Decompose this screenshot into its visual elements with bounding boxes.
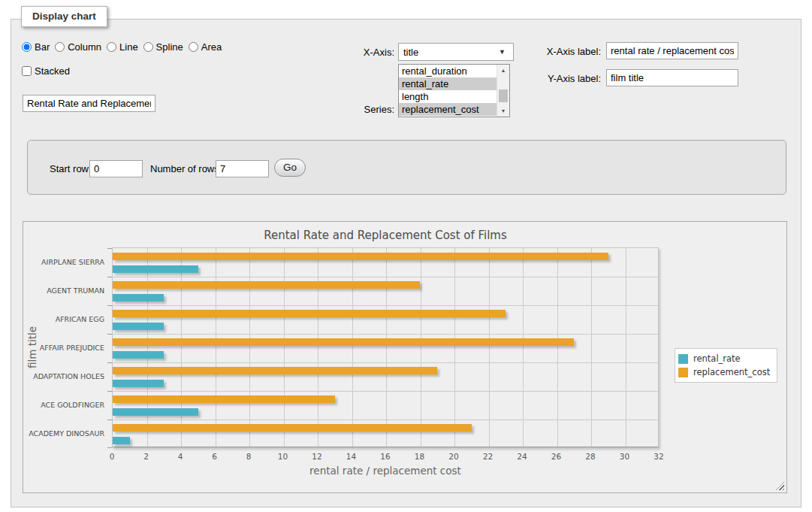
go-button[interactable]: Go: [274, 159, 306, 177]
chart-type-option-line[interactable]: Line: [107, 41, 138, 53]
legend-label: rental_rate: [693, 353, 741, 364]
chart-legend: rental_ratereplacement_cost: [675, 348, 777, 383]
chart-title: Rental Rate and Replacement Cost of Film…: [112, 229, 659, 242]
gridline-vertical: [284, 248, 285, 447]
y-category-label: AFFAIR PREJUDICE: [28, 344, 104, 352]
gridline-horizontal: [113, 277, 658, 277]
x-axis-tick-label: 2: [135, 452, 158, 461]
radio-label: Bar: [35, 41, 50, 53]
chart-type-option-bar[interactable]: Bar: [22, 41, 50, 53]
stacked-checkbox[interactable]: [22, 66, 32, 76]
chart-type-radio-group: BarColumnLineSplineArea: [22, 41, 227, 53]
legend-swatch-rental_rate: [678, 354, 688, 364]
bar-replacement_cost: [113, 395, 335, 403]
y-category-label: AFRICAN EGG: [28, 315, 104, 323]
y-axis-tick: [107, 277, 112, 277]
gridline-vertical: [318, 248, 318, 447]
radio-label: Area: [201, 41, 222, 53]
bar-rental_rate: [113, 294, 164, 301]
y-axis-tick: [107, 420, 112, 420]
bar-rental_rate: [113, 265, 198, 273]
bar-rental_rate: [113, 437, 130, 444]
gridline-vertical: [216, 248, 216, 447]
bar-replacement_cost: [113, 338, 574, 346]
series-scrollbar[interactable]: ▲ ▼: [497, 65, 509, 117]
x-axis-label-input[interactable]: [606, 42, 738, 59]
scroll-down-icon[interactable]: ▼: [497, 105, 509, 117]
bar-replacement_cost: [113, 281, 420, 289]
x-axis-tick-label: 12: [306, 452, 328, 461]
stacked-row: Stacked: [22, 65, 70, 77]
x-axis-selected-value: title: [403, 47, 418, 58]
chart-type-option-area[interactable]: Area: [189, 41, 222, 53]
radio-spline[interactable]: [143, 42, 153, 52]
chart-container: Rental Rate and Replacement Cost of Film…: [23, 221, 787, 493]
y-category-label: ACADEMY DINOSAUR: [28, 429, 104, 438]
number-of-rows-label: Number of rows:: [150, 163, 222, 174]
x-axis-tick-label: 0: [101, 452, 123, 461]
radio-area[interactable]: [189, 42, 198, 52]
gridline-vertical: [352, 248, 353, 447]
legend-entry-replacement_cost: replacement_cost: [678, 367, 770, 377]
start-row-input[interactable]: [89, 160, 143, 177]
bar-replacement_cost: [113, 310, 506, 317]
y-axis-tick: [107, 447, 112, 448]
scroll-up-icon[interactable]: ▲: [497, 65, 509, 76]
select-dropdown-arrow-icon: ▼: [499, 48, 506, 56]
x-axis-tick-label: 30: [614, 452, 636, 461]
x-axis-tick-label: 16: [374, 452, 397, 461]
x-axis-label-label: X-Axis label:: [526, 46, 601, 57]
y-axis-tick: [107, 362, 112, 363]
x-axis-tick-label: 6: [204, 452, 226, 461]
x-axis-tick-label: 22: [477, 452, 500, 461]
scrollbar-thumb[interactable]: [499, 89, 508, 102]
gridline-horizontal: [113, 305, 658, 306]
legend-swatch-replacement_cost: [678, 368, 688, 377]
chart-x-axis-title: rental rate / replacement cost: [112, 465, 659, 477]
radio-label: Line: [119, 41, 138, 53]
gridline-horizontal: [113, 362, 658, 363]
gridline-vertical: [386, 248, 387, 447]
x-axis-tick-label: 28: [579, 452, 602, 461]
x-axis-tick-label: 4: [169, 452, 192, 461]
series-option-rental_rate[interactable]: rental_rate: [399, 77, 501, 90]
x-axis-tick-label: 10: [272, 452, 294, 461]
chart-type-option-column[interactable]: Column: [55, 41, 101, 53]
series-option-rental_duration[interactable]: rental_duration: [399, 65, 501, 77]
radio-column[interactable]: [55, 42, 65, 52]
chart-type-option-spline[interactable]: Spline: [143, 41, 183, 53]
gridline-vertical: [454, 248, 455, 447]
y-category-label: ACE GOLDFINGER: [28, 401, 104, 409]
radio-label: Spline: [156, 41, 183, 53]
gridline-vertical: [147, 248, 148, 447]
series-multiselect[interactable]: ▲ ▼ rental_durationrental_ratelengthrepl…: [398, 64, 510, 117]
gridline-horizontal: [113, 420, 658, 420]
y-category-label: AIRPLANE SIERRA: [28, 258, 104, 266]
fieldset-legend: Display chart: [21, 6, 107, 27]
number-of-rows-input[interactable]: [216, 160, 269, 177]
gridline-vertical: [421, 248, 421, 447]
bar-replacement_cost: [113, 424, 472, 432]
x-axis-select-label: X-Axis:: [319, 47, 394, 58]
bar-rental_rate: [113, 323, 164, 330]
bar-replacement_cost: [113, 367, 437, 374]
bar-rental_rate: [113, 408, 198, 416]
gridline-vertical: [249, 248, 250, 447]
display-chart-page: { "fieldset_legend": "Display chart", "c…: [0, 0, 812, 512]
radio-line[interactable]: [107, 42, 116, 52]
radio-bar[interactable]: [22, 42, 32, 52]
series-option-replacement_cost[interactable]: replacement_cost: [399, 103, 501, 116]
legend-label: replacement_cost: [693, 367, 770, 377]
chart-title-input[interactable]: [23, 95, 155, 112]
x-axis-tick-label: 20: [442, 452, 465, 461]
y-axis-tick: [107, 248, 112, 249]
y-axis-label-input[interactable]: [606, 69, 738, 86]
x-axis-tick-label: 26: [545, 452, 568, 461]
y-axis-label-label: Y-Axis label:: [526, 73, 601, 84]
y-category-label: ADAPTATION HOLES: [28, 372, 104, 380]
x-axis-tick-label: 32: [647, 452, 670, 461]
legend-entry-rental_rate: rental_rate: [678, 353, 770, 364]
series-option-length[interactable]: length: [399, 90, 501, 103]
x-axis-select[interactable]: title ▼: [398, 43, 514, 61]
resize-handle-icon[interactable]: [776, 482, 784, 490]
